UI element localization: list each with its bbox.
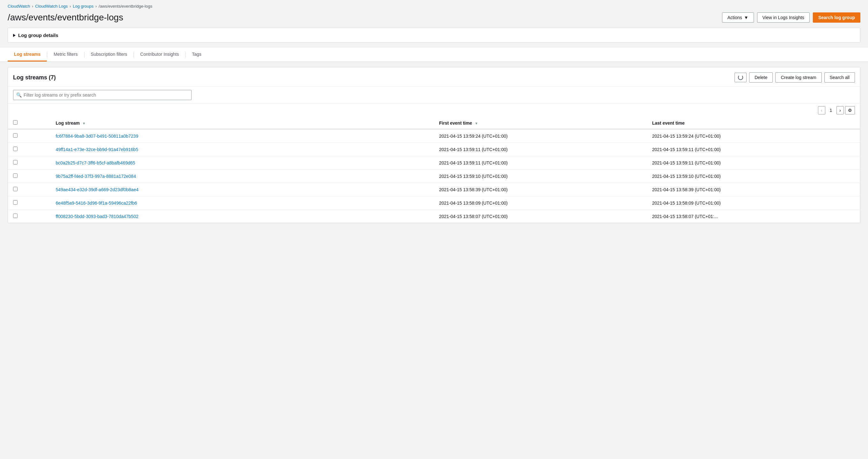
sort-icon-first-event: ▼	[474, 121, 478, 125]
table-row: 49ff14a1-e73e-32ce-bb9d-91a47eb916b5 202…	[8, 143, 860, 156]
tabs: Log streams Metric filters Subscription …	[8, 48, 860, 62]
row-first-event-1: 2021-04-15 13:59:24 (UTC+01:00)	[434, 129, 647, 143]
row-select-checkbox-1[interactable]	[13, 133, 18, 138]
row-last-event-7: 2021-04-15 13:58:07 (UTC+01:...	[647, 210, 860, 223]
tab-subscription-filters[interactable]: Subscription filters	[85, 48, 133, 62]
row-first-event-3: 2021-04-15 13:59:11 (UTC+01:00)	[434, 156, 647, 170]
tab-log-streams[interactable]: Log streams	[8, 48, 47, 62]
header-checkbox-col	[8, 117, 51, 129]
page-title: /aws/events/eventbridge-logs	[8, 12, 123, 23]
row-first-event-4: 2021-04-15 13:59:10 (UTC+01:00)	[434, 170, 647, 183]
header-log-stream[interactable]: Log stream ▼	[51, 117, 434, 129]
log-streams-table: Log stream ▼ First event time ▼ Last eve…	[8, 117, 860, 223]
delete-label: Delete	[754, 75, 767, 80]
view-logs-insights-button[interactable]: View in Logs Insights	[757, 12, 810, 23]
header-first-event[interactable]: First event time ▼	[434, 117, 647, 129]
tabs-container: Log streams Metric filters Subscription …	[0, 48, 868, 62]
table-row: 6e48f5a9-5416-3d96-9f1a-59496ca22fb6 202…	[8, 196, 860, 210]
breadcrumb: CloudWatch › CloudWatch Logs › Log group…	[0, 0, 868, 11]
prev-page-button[interactable]: ‹	[818, 106, 825, 115]
log-streams-panel: Log streams (7) Delete Create log stream…	[8, 67, 860, 223]
row-stream-4: 9b75a2ff-f4ed-37f3-997a-8881a172e084	[51, 170, 434, 183]
breadcrumb-current: /aws/events/eventbridge-logs	[99, 4, 152, 9]
header-last-event: Last event time	[647, 117, 860, 129]
log-group-details-title: Log group details	[18, 32, 58, 38]
breadcrumb-cloudwatch-logs[interactable]: CloudWatch Logs	[35, 4, 67, 9]
row-last-event-2: 2021-04-15 13:59:11 (UTC+01:00)	[647, 143, 860, 156]
select-all-checkbox[interactable]	[13, 120, 18, 125]
actions-chevron-icon: ▼	[744, 15, 748, 20]
search-all-button[interactable]: Search all	[824, 72, 855, 83]
log-group-details-panel: Log group details	[8, 28, 860, 43]
table-count: (7)	[49, 74, 56, 81]
pagination-row: ‹ 1 › ⚙	[8, 103, 860, 117]
tab-tags[interactable]: Tags	[186, 48, 208, 62]
search-all-label: Search all	[830, 75, 849, 80]
page-header: /aws/events/eventbridge-logs Actions ▼ V…	[0, 11, 868, 28]
row-stream-6: 6e48f5a9-5416-3d96-9f1a-59496ca22fb6	[51, 196, 434, 210]
table-actions: Delete Create log stream Search all	[735, 72, 855, 83]
row-stream-3: bc0a2b25-d7c7-3ff6-b5cf-a8bafb469d65	[51, 156, 434, 170]
row-select-checkbox-2[interactable]	[13, 147, 18, 151]
search-log-group-label: Search log group	[818, 15, 855, 20]
row-select-checkbox-7[interactable]	[13, 214, 18, 218]
next-page-button[interactable]: ›	[836, 106, 844, 115]
refresh-button[interactable]	[735, 73, 747, 82]
tab-contributor-insights[interactable]: Contributor Insights	[134, 48, 185, 62]
table-row: ff008230-5bdd-3093-bad3-7810da47b502 202…	[8, 210, 860, 223]
table-row: 9b75a2ff-f4ed-37f3-997a-8881a172e084 202…	[8, 170, 860, 183]
search-input[interactable]	[13, 90, 191, 100]
actions-button[interactable]: Actions ▼	[722, 12, 754, 23]
stream-link-1[interactable]: fc6f7884-9ba8-3d07-b491-50811a0b7239	[56, 133, 138, 139]
table-row: 549ae434-e32d-39df-a669-2d23df0b8ae4 202…	[8, 183, 860, 196]
refresh-icon	[738, 75, 743, 80]
row-first-event-7: 2021-04-15 13:58:07 (UTC+01:00)	[434, 210, 647, 223]
row-checkbox-2	[8, 143, 51, 156]
search-log-group-button[interactable]: Search log group	[813, 12, 860, 23]
breadcrumb-log-groups[interactable]: Log groups	[73, 4, 93, 9]
stream-link-6[interactable]: 6e48f5a9-5416-3d96-9f1a-59496ca22fb6	[56, 201, 137, 206]
row-checkbox-7	[8, 210, 51, 223]
row-last-event-6: 2021-04-15 13:58:09 (UTC+01:00)	[647, 196, 860, 210]
row-select-checkbox-4[interactable]	[13, 174, 18, 178]
row-first-event-2: 2021-04-15 13:59:11 (UTC+01:00)	[434, 143, 647, 156]
sort-icon-stream: ▼	[82, 121, 86, 125]
table-header-row: Log stream ▼ First event time ▼ Last eve…	[8, 117, 860, 129]
tab-metric-filters[interactable]: Metric filters	[47, 48, 84, 62]
stream-link-2[interactable]: 49ff14a1-e73e-32ce-bb9d-91a47eb916b5	[56, 147, 138, 152]
row-select-checkbox-5[interactable]	[13, 187, 18, 191]
row-checkbox-1	[8, 129, 51, 143]
row-first-event-5: 2021-04-15 13:58:39 (UTC+01:00)	[434, 183, 647, 196]
row-checkbox-5	[8, 183, 51, 196]
create-log-stream-button[interactable]: Create log stream	[775, 72, 822, 83]
log-group-details-header[interactable]: Log group details	[8, 28, 860, 42]
breadcrumb-sep-3: ›	[96, 4, 97, 9]
main-content: Log streams (7) Delete Create log stream…	[0, 62, 868, 228]
stream-link-7[interactable]: ff008230-5bdd-3093-bad3-7810da47b502	[56, 214, 138, 219]
row-checkbox-4	[8, 170, 51, 183]
row-last-event-3: 2021-04-15 13:59:11 (UTC+01:00)	[647, 156, 860, 170]
delete-button[interactable]: Delete	[749, 72, 773, 83]
search-icon: 🔍	[16, 92, 22, 97]
row-first-event-6: 2021-04-15 13:58:09 (UTC+01:00)	[434, 196, 647, 210]
stream-link-4[interactable]: 9b75a2ff-f4ed-37f3-997a-8881a172e084	[56, 174, 136, 179]
row-last-event-4: 2021-04-15 13:59:10 (UTC+01:00)	[647, 170, 860, 183]
stream-link-5[interactable]: 549ae434-e32d-39df-a669-2d23df0b8ae4	[56, 187, 138, 192]
view-logs-insights-label: View in Logs Insights	[763, 15, 804, 20]
table-header: Log streams (7) Delete Create log stream…	[8, 67, 860, 87]
row-checkbox-3	[8, 156, 51, 170]
header-actions: Actions ▼ View in Logs Insights Search l…	[722, 12, 860, 23]
row-stream-5: 549ae434-e32d-39df-a669-2d23df0b8ae4	[51, 183, 434, 196]
row-select-checkbox-6[interactable]	[13, 200, 18, 205]
breadcrumb-cloudwatch[interactable]: CloudWatch	[8, 4, 30, 9]
table-title: Log streams (7)	[13, 74, 56, 81]
create-log-stream-label: Create log stream	[781, 75, 816, 80]
actions-label: Actions	[727, 15, 742, 20]
row-last-event-1: 2021-04-15 13:59:24 (UTC+01:00)	[647, 129, 860, 143]
stream-link-3[interactable]: bc0a2b25-d7c7-3ff6-b5cf-a8bafb469d65	[56, 160, 135, 165]
row-stream-2: 49ff14a1-e73e-32ce-bb9d-91a47eb916b5	[51, 143, 434, 156]
search-row: 🔍	[8, 87, 860, 103]
column-settings-button[interactable]: ⚙	[845, 106, 855, 115]
row-stream-1: fc6f7884-9ba8-3d07-b491-50811a0b7239	[51, 129, 434, 143]
row-select-checkbox-3[interactable]	[13, 160, 18, 164]
